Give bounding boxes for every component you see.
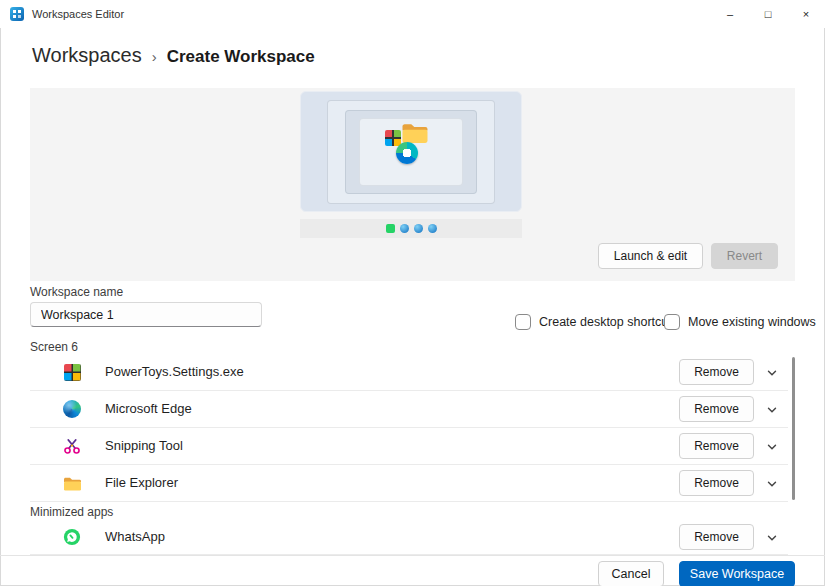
taskbar-app-mini-icon — [400, 224, 409, 233]
edge-icon — [62, 399, 82, 419]
file-explorer-icon — [62, 473, 82, 493]
chevron-down-icon[interactable] — [762, 363, 782, 383]
remove-button[interactable]: Remove — [679, 433, 754, 459]
powertoys-settings-mini-icon — [385, 130, 401, 146]
maximize-button[interactable]: □ — [749, 0, 787, 28]
app-name: PowerToys.Settings.exe — [105, 354, 244, 390]
remove-button[interactable]: Remove — [679, 524, 754, 550]
app-name: Microsoft Edge — [105, 391, 192, 427]
app-name: File Explorer — [105, 465, 178, 501]
powertoys-settings-icon — [62, 362, 82, 382]
breadcrumb-separator-icon: › — [152, 48, 157, 65]
app-row-microsoft-edge: Microsoft Edge Remove — [30, 391, 788, 428]
move-windows-label: Move existing windows — [688, 315, 816, 329]
whatsapp-icon — [62, 527, 82, 547]
move-windows-checkbox[interactable] — [664, 314, 680, 330]
taskbar-app-mini-icon — [414, 224, 423, 233]
remove-button[interactable]: Remove — [679, 470, 754, 496]
app-name: Snipping Tool — [105, 428, 183, 464]
remove-button[interactable]: Remove — [679, 396, 754, 422]
workspaces-editor-window: Workspaces Editor – □ × Workspaces › Cre… — [0, 0, 825, 586]
taskbar-app-mini-icon — [428, 224, 437, 233]
scrollbar[interactable] — [792, 357, 795, 500]
move-windows-option[interactable]: Move existing windows — [664, 312, 816, 332]
snipping-tool-icon — [62, 436, 82, 456]
create-shortcut-checkbox[interactable] — [515, 314, 531, 330]
app-row-snipping-tool: Snipping Tool Remove — [30, 428, 788, 465]
breadcrumb: Workspaces › Create Workspace — [32, 44, 315, 67]
breadcrumb-workspaces[interactable]: Workspaces — [32, 44, 142, 67]
workspaces-app-icon — [10, 7, 24, 21]
section-label-minimized-apps: Minimized apps — [30, 505, 113, 519]
page-title: Create Workspace — [167, 47, 315, 67]
titlebar: Workspaces Editor – □ × — [0, 0, 825, 28]
save-workspace-button[interactable]: Save Workspace — [679, 561, 795, 586]
close-button[interactable]: × — [787, 0, 825, 28]
launch-edit-button[interactable]: Launch & edit — [598, 243, 703, 269]
app-row-whatsapp: WhatsApp Remove — [30, 519, 788, 555]
section-label-screen-6: Screen 6 — [30, 340, 78, 354]
workspace-name-label: Workspace name — [30, 285, 123, 299]
taskbar-whatsapp-mini-icon — [386, 224, 395, 233]
remove-button[interactable]: Remove — [679, 359, 754, 385]
window-controls: – □ × — [711, 0, 825, 28]
minimize-button[interactable]: – — [711, 0, 749, 28]
app-row-file-explorer: File Explorer Remove — [30, 465, 788, 502]
taskbar-preview — [300, 219, 522, 238]
revert-button[interactable]: Revert — [711, 243, 778, 269]
create-shortcut-label: Create desktop shortcut — [539, 315, 672, 329]
chevron-down-icon[interactable] — [762, 474, 782, 494]
chevron-down-icon[interactable] — [762, 528, 782, 548]
window-title: Workspaces Editor — [32, 8, 124, 20]
media-mini-icon — [396, 142, 418, 164]
chevron-down-icon[interactable] — [762, 400, 782, 420]
monitor-preview — [300, 91, 522, 212]
cancel-button[interactable]: Cancel — [598, 561, 664, 586]
footer-divider — [0, 555, 825, 556]
app-name: WhatsApp — [105, 519, 165, 555]
chevron-down-icon[interactable] — [762, 437, 782, 457]
workspace-name-input[interactable] — [30, 302, 262, 327]
create-shortcut-option[interactable]: Create desktop shortcut — [515, 312, 672, 332]
app-row-powertoys-settings: PowerToys.Settings.exe Remove — [30, 354, 788, 391]
